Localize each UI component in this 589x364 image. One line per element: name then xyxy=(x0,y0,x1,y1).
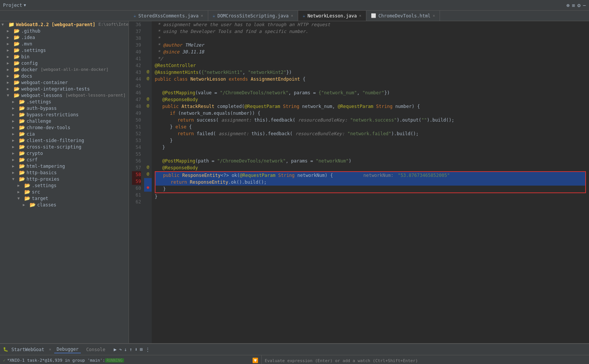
tree-csrf[interactable]: ▶ 📂 csrf xyxy=(0,156,129,163)
tab-debugger[interactable]: Debugger xyxy=(54,346,81,353)
tree-html-tampering[interactable]: ▶ 📂 html-tampering xyxy=(0,163,129,169)
code-line-51: } else { xyxy=(155,123,586,130)
java-file-icon3: ☕ xyxy=(303,13,305,18)
java-file-icon: ☕ xyxy=(134,13,136,18)
filter-icon[interactable]: 🔽 xyxy=(252,358,258,363)
running-check: ✓ xyxy=(3,358,6,363)
code-line-62 xyxy=(155,200,586,207)
tree-settings-root[interactable]: ▶ 📂 .settings xyxy=(0,47,129,53)
tree-cia[interactable]: ▶ 📂 cia xyxy=(0,131,129,137)
more-options-icon[interactable]: ⋮ xyxy=(145,347,150,352)
tree-classes[interactable]: ▶ 📂 classes xyxy=(0,202,129,208)
code-line-42: @RestController xyxy=(155,62,586,69)
code-line-52: return failed( assignment: this).feedbac… xyxy=(155,130,586,137)
close-tab-stored[interactable]: × xyxy=(201,14,203,18)
close-debug-tab[interactable]: × xyxy=(49,347,52,352)
code-line-44: public class NetworkLesson extends Assig… xyxy=(155,76,586,83)
tree-config[interactable]: ▶ 📂 config xyxy=(0,60,129,66)
tab-label-dom: DOMCrossSiteScripting.java xyxy=(217,13,289,19)
debugger-panel: 🐛 StartWebGoat × Debugger Console ▶ ↷ ↓ … xyxy=(0,343,589,364)
resume-icon[interactable]: ▶ xyxy=(114,347,117,352)
running-badge: RUNNING xyxy=(105,358,124,362)
add-module-icon[interactable]: ⊕ xyxy=(566,2,569,8)
run-to-cursor-icon[interactable]: ⬇ xyxy=(135,347,138,352)
close-tab-chrome[interactable]: × xyxy=(433,14,435,18)
step-over-icon[interactable]: ↷ xyxy=(119,347,122,352)
layout-icon[interactable]: ≡ xyxy=(572,2,575,8)
code-line-45 xyxy=(155,83,586,89)
tree-root[interactable]: ▼ 📁 WebGoat8.2.2 [webgoat-parent] E:\sof… xyxy=(0,21,129,28)
code-line-41: */ xyxy=(155,55,586,62)
top-bar: Project ▼ ⊕ ≡ ⚙ − xyxy=(0,0,589,11)
tree-proxies-settings[interactable]: ▶ 📂 .settings xyxy=(0,182,129,189)
code-line-46: @PostMapping(value = "/ChromeDevTools/ne… xyxy=(155,89,586,96)
code-lines: * assignment where the user has to look … xyxy=(152,21,589,343)
tab-stored-xss[interactable]: ☕ StoredXssComments.java × xyxy=(129,11,208,21)
tree-crypto[interactable]: ▶ 📂 crypto xyxy=(0,150,129,156)
tree-mvn[interactable]: ▶ 📂 .mvn xyxy=(0,41,129,47)
tree-auth-bypass[interactable]: ▶ 📂 auth-bypass xyxy=(0,105,129,111)
tab-network-lesson[interactable]: ☕ NetworkLesson.java × xyxy=(298,11,366,21)
code-line-39: * @author TMelzer xyxy=(155,42,586,48)
code-line-57: @ResponseBody xyxy=(155,164,586,171)
gear-icon[interactable]: ⚙ xyxy=(577,2,580,8)
main-area: ▼ 📁 WebGoat8.2.2 [webgoat-parent] E:\sof… xyxy=(0,21,589,343)
frames-view-icon[interactable]: ⊞ xyxy=(140,347,143,352)
tab-label-network: NetworkLesson.java xyxy=(308,13,357,19)
tab-console[interactable]: Console xyxy=(84,346,108,353)
close-tab-network[interactable]: × xyxy=(359,14,361,18)
minimize-icon[interactable]: − xyxy=(583,2,586,8)
tree-idea[interactable]: ▶ 📂 .idea xyxy=(0,34,129,41)
frames-panel: ✓ *XNIO-1 task-2*@16,939 in group 'main'… xyxy=(0,355,262,364)
code-line-50: return success( assignment: this).feedba… xyxy=(155,117,586,123)
tree-integration-tests[interactable]: ▶ 📂 webgoat-integration-tests xyxy=(0,86,129,92)
step-out-icon[interactable]: ↑ xyxy=(129,347,132,352)
running-thread: *XNIO-1 task-2*@16,939 in group 'main': xyxy=(7,358,105,363)
debugger-content: ✓ *XNIO-1 task-2*@16,939 in group 'main'… xyxy=(0,355,589,364)
tree-target[interactable]: ▼ 📂 target xyxy=(0,195,129,202)
tree-cross-site-scripting[interactable]: ▶ 📂 cross-site-scripting xyxy=(0,144,129,150)
step-into-icon[interactable]: ↓ xyxy=(124,347,127,352)
html-file-icon: ⬜ xyxy=(371,13,376,18)
tree-webgoat-container[interactable]: ▶ 📂 webgoat-container xyxy=(0,79,129,86)
code-line-49: if (network_num.equals(number)) { xyxy=(155,110,586,117)
code-line-60: } xyxy=(155,186,585,192)
tree-chrome-dev-tools[interactable]: ▶ 📂 chrome-dev-tools xyxy=(0,124,129,131)
tab-dom-css[interactable]: ☕ DOMCrossSiteScripting.java × xyxy=(208,11,298,21)
java-file-icon2: ☕ xyxy=(213,13,215,18)
debugger-tab-bar: 🐛 StartWebGoat × Debugger Console ▶ ↷ ↓ … xyxy=(0,344,589,355)
close-tab-dom[interactable]: × xyxy=(291,14,293,18)
tree-bypass-restrictions[interactable]: ▶ 📂 bypass-restrictions xyxy=(0,111,129,118)
code-line-54: } xyxy=(155,144,586,151)
tree-challenge[interactable]: ▶ 📂 challenge xyxy=(0,118,129,124)
tree-bin[interactable]: ▶ 📂 bin xyxy=(0,53,129,60)
tree-http-proxies[interactable]: ▼ 📂 http-proxies xyxy=(0,176,129,182)
variables-panel: Evaluate expression (Enter) or add a wat… xyxy=(262,355,589,364)
code-editor: 36 37 38 39 40 41 42 43 44 45 46 47 48 4… xyxy=(129,21,589,343)
tree-docker[interactable]: ▶ 📂 docker [webgoat-all-in-one-docker] xyxy=(0,66,129,73)
tab-bar: ☕ StoredXssComments.java × ☕ DOMCrossSit… xyxy=(0,11,589,21)
code-line-36: * assignment where the user has to look … xyxy=(155,21,586,28)
tree-proxies-src[interactable]: ▶ 📂 src xyxy=(0,189,129,195)
code-line-48: public AttackResult completed(@RequestPa… xyxy=(155,103,586,110)
code-line-55 xyxy=(155,151,586,158)
line-numbers: 36 37 38 39 40 41 42 43 44 45 46 47 48 4… xyxy=(129,21,144,343)
code-line-58: public ResponseEntity<?> ok(@RequestPara… xyxy=(155,172,585,179)
tab-label-stored: StoredXssComments.java xyxy=(138,13,199,19)
tree-github[interactable]: ▶ 📂 .github xyxy=(0,28,129,34)
tree-http-basics[interactable]: ▶ 📂 http-basics xyxy=(0,169,129,176)
project-button[interactable]: Project ▼ xyxy=(3,3,26,8)
tree-lessons-settings[interactable]: ▶ 📂 .settings xyxy=(0,98,129,105)
debug-marker: 🐛 xyxy=(3,347,8,352)
code-line-61: } xyxy=(155,193,586,200)
code-line-40: * @since 30.11.18 xyxy=(155,48,586,55)
code-line-37: * using the Developer Tools and find a s… xyxy=(155,28,586,35)
code-line-56: @PostMapping(path = "/ChromeDevTools/net… xyxy=(155,158,586,164)
tab-label-chrome: ChromeDevTools.html xyxy=(379,13,430,19)
tree-webgoat-lessons[interactable]: ▼ 📂 webgoat-lessons [webgoat-lessons-par… xyxy=(0,92,129,98)
tree-client-side-filtering[interactable]: ▶ 📂 client-side-filtering xyxy=(0,137,129,144)
tree-docs[interactable]: ▶ 📂 docs xyxy=(0,73,129,79)
debug-title: StartWebGoat xyxy=(11,347,44,352)
tab-chrome-dev[interactable]: ⬜ ChromeDevTools.html × xyxy=(366,11,440,21)
code-area: 36 37 38 39 40 41 42 43 44 45 46 47 48 4… xyxy=(129,21,589,343)
